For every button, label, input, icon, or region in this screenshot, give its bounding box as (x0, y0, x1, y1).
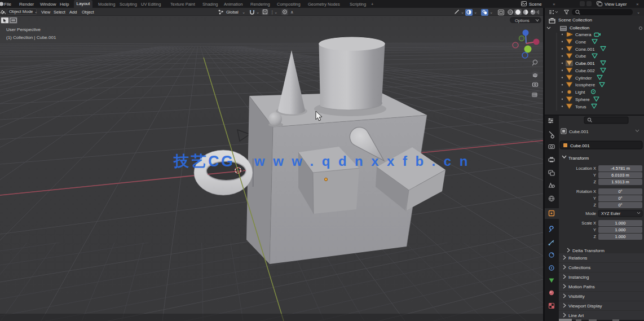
svg-text:Cube: Cube (575, 54, 586, 59)
svg-text:1.000: 1.000 (615, 221, 626, 226)
svg-text:Delta Transform: Delta Transform (572, 248, 605, 253)
svg-text:1.000: 1.000 (615, 234, 626, 239)
svg-text:Light: Light (575, 90, 585, 95)
svg-text:Y: Y (593, 196, 596, 201)
svg-text:技艺CG: 技艺CG (173, 153, 235, 170)
svg-text:Icosphere: Icosphere (575, 82, 596, 87)
svg-text:Sphere: Sphere (575, 97, 590, 102)
svg-text:Line Art: Line Art (568, 313, 584, 318)
svg-text:Y: Y (593, 173, 596, 178)
svg-text:Cone.001: Cone.001 (575, 47, 595, 52)
svg-text:0°: 0° (618, 203, 622, 208)
svg-text:0°: 0° (618, 196, 622, 201)
svg-text:Z: Z (593, 234, 596, 239)
svg-text:www.qdnxxfb.cn: www.qdnxxfb.cn (254, 153, 476, 169)
svg-text:Cube.002: Cube.002 (575, 68, 595, 73)
svg-text:1.000: 1.000 (615, 227, 626, 232)
svg-text:6.0103 m: 6.0103 m (611, 173, 629, 178)
svg-text:Transform: Transform (568, 156, 589, 161)
svg-text:Visibility: Visibility (568, 294, 585, 299)
svg-text:Cube.001: Cube.001 (569, 129, 589, 134)
svg-text:Torus: Torus (575, 104, 586, 109)
svg-text:Collections: Collections (568, 265, 590, 270)
svg-text:Y: Y (593, 227, 596, 232)
svg-text:Cylinder: Cylinder (575, 76, 592, 81)
svg-text:-4.5781 m: -4.5781 m (611, 166, 630, 171)
svg-text:XYZ Euler: XYZ Euler (601, 211, 621, 216)
svg-text:Cone: Cone (575, 39, 586, 45)
svg-text:Mode: Mode (585, 211, 596, 216)
svg-text:Cube.001: Cube.001 (570, 143, 590, 148)
svg-text:Options: Options (515, 18, 530, 23)
svg-text:Z: Z (593, 179, 596, 184)
svg-text:Scale X: Scale X (581, 221, 596, 226)
svg-text:Z: Z (593, 203, 596, 208)
svg-text:Motion Paths: Motion Paths (568, 284, 595, 289)
svg-text:Rotation X: Rotation X (576, 189, 596, 194)
svg-text:(1) Collection | Cube.001: (1) Collection | Cube.001 (6, 35, 56, 40)
svg-text:0°: 0° (618, 189, 622, 194)
svg-text:Instancing: Instancing (568, 275, 589, 280)
svg-text:Relations: Relations (568, 256, 587, 261)
svg-text:Cube.001: Cube.001 (575, 61, 595, 66)
svg-text:1.9313 m: 1.9313 m (611, 179, 629, 184)
svg-text:Camera: Camera (575, 32, 592, 37)
svg-text:Viewport Display: Viewport Display (568, 304, 602, 309)
svg-text:Location X: Location X (576, 166, 596, 171)
svg-text:User Perspective: User Perspective (6, 27, 41, 32)
